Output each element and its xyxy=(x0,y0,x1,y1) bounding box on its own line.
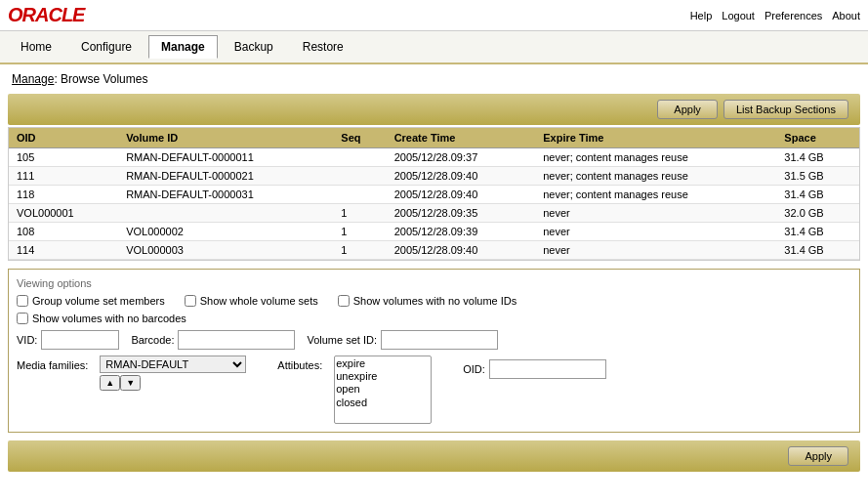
media-family-select[interactable]: RMAN-DEFAULT xyxy=(100,356,246,373)
table-cell xyxy=(118,204,333,223)
table-row: 111RMAN-DEFAULT-00000212005/12/28.09:40n… xyxy=(9,167,859,186)
preferences-link[interactable]: Preferences xyxy=(765,10,822,21)
table-row: 118RMAN-DEFAULT-00000312005/12/28.09:40n… xyxy=(9,186,859,204)
table-cell: 114 xyxy=(9,241,118,260)
nav-backup[interactable]: Backup xyxy=(222,35,286,59)
oid-label: OID: xyxy=(463,359,485,375)
table-cell: 2005/12/28.09:35 xyxy=(387,204,536,223)
table-cell: 31.4 GB xyxy=(776,241,859,260)
table-cell: RMAN-DEFAULT-0000031 xyxy=(118,186,333,204)
breadcrumb-parent[interactable]: Manage xyxy=(12,72,54,86)
top-apply-bar: Apply List Backup Sections xyxy=(8,94,860,125)
table-cell: 32.0 GB xyxy=(776,204,859,223)
checkbox-row-2: Show volumes with no barcodes xyxy=(17,313,851,324)
table-cell: never; content manages reuse xyxy=(535,186,776,204)
viewing-options-section: Viewing options Group volume set members… xyxy=(8,269,860,433)
show-whole-volume-sets-label: Show whole volume sets xyxy=(185,295,318,307)
table-cell: VOL000003 xyxy=(118,241,333,260)
table-cell: VOL000001 xyxy=(9,204,118,223)
table-cell: never xyxy=(535,204,776,223)
table-cell xyxy=(333,186,386,204)
vid-label: VID: xyxy=(17,334,37,346)
breadcrumb: Manage: Browse Volumes xyxy=(0,64,868,94)
table-cell: 1 xyxy=(333,223,386,241)
volume-set-id-label: Volume set ID: xyxy=(307,334,377,346)
table-cell: never; content manages reuse xyxy=(535,167,776,186)
show-volumes-no-barcodes-label: Show volumes with no barcodes xyxy=(17,313,186,324)
nav-configure[interactable]: Configure xyxy=(68,35,145,59)
attr-expire: expire xyxy=(336,357,430,370)
table-cell: 105 xyxy=(9,148,118,167)
table-cell: never xyxy=(535,241,776,260)
table-cell: 1 xyxy=(333,204,386,223)
table-cell xyxy=(333,148,386,167)
list-backup-sections-button[interactable]: List Backup Sections xyxy=(723,100,848,119)
barcode-field: Barcode: xyxy=(131,330,295,350)
attr-unexpire: unexpire xyxy=(336,370,430,383)
table-row: VOL00000112005/12/28.09:35never32.0 GB xyxy=(9,204,859,223)
table-cell: 2005/12/28.09:40 xyxy=(387,167,536,186)
volume-set-id-input[interactable] xyxy=(381,330,498,350)
vid-input[interactable] xyxy=(41,330,119,350)
col-volume-id: Volume ID xyxy=(118,128,333,148)
table-cell: 31.5 GB xyxy=(776,167,859,186)
logout-link[interactable]: Logout xyxy=(722,10,755,21)
table-cell: 31.4 GB xyxy=(776,186,859,204)
breadcrumb-current: Browse Volumes xyxy=(61,72,147,86)
oid-input[interactable] xyxy=(489,359,606,379)
media-families-row: Media families: RMAN-DEFAULT ▲ ▼ Attibut… xyxy=(17,356,851,424)
barcode-label: Barcode: xyxy=(131,334,174,346)
checkbox-row-1: Group volume set members Show whole volu… xyxy=(17,295,851,307)
attributes-label: Attibutes: xyxy=(277,356,322,371)
viewing-options-title: Viewing options xyxy=(17,277,851,289)
col-space: Space xyxy=(776,128,859,148)
bottom-apply-button[interactable]: Apply xyxy=(788,446,848,466)
table-cell: VOL000002 xyxy=(118,223,333,241)
media-family-scroll-down[interactable]: ▼ xyxy=(120,375,141,391)
col-create-time: Create Time xyxy=(387,128,536,148)
table-row: 108VOL00000212005/12/28.09:39never31.4 G… xyxy=(9,223,859,241)
nav-home[interactable]: Home xyxy=(8,35,64,59)
content: Apply List Backup Sections OID Volume ID… xyxy=(0,94,868,472)
attr-open: open xyxy=(336,383,430,396)
about-link[interactable]: About xyxy=(832,10,860,21)
bottom-apply-bar: Apply xyxy=(8,440,860,472)
oracle-logo: ORACLE xyxy=(8,4,84,26)
show-volumes-no-barcodes-text: Show volumes with no barcodes xyxy=(32,313,186,324)
table-wrapper: OID Volume ID Seq Create Time Expire Tim… xyxy=(8,127,860,261)
table-cell: 2005/12/28.09:40 xyxy=(387,186,536,204)
table-cell: 2005/12/28.09:39 xyxy=(387,223,536,241)
help-link[interactable]: Help xyxy=(690,10,713,21)
show-volumes-no-ids-label: Show volumes with no volume IDs xyxy=(338,295,517,307)
top-links: Help Logout Preferences About xyxy=(690,10,860,21)
col-seq: Seq xyxy=(333,128,386,148)
group-volume-set-members-checkbox[interactable] xyxy=(17,295,28,307)
volume-set-id-field: Volume set ID: xyxy=(307,330,498,350)
show-volumes-no-ids-checkbox[interactable] xyxy=(338,295,350,307)
attributes-select[interactable]: expire unexpire open closed xyxy=(334,356,432,424)
nav-manage[interactable]: Manage xyxy=(148,35,218,59)
table-cell: 1 xyxy=(333,241,386,260)
col-expire-time: Expire Time xyxy=(535,128,776,148)
media-family-scroll-up[interactable]: ▲ xyxy=(100,375,120,391)
table-cell: RMAN-DEFAULT-0000011 xyxy=(118,148,333,167)
show-volumes-no-ids-text: Show volumes with no volume IDs xyxy=(353,295,517,307)
top-apply-button[interactable]: Apply xyxy=(657,100,718,119)
show-volumes-no-barcodes-checkbox[interactable] xyxy=(17,313,28,324)
table-cell: 111 xyxy=(9,167,118,186)
table-cell: 2005/12/28.09:37 xyxy=(387,148,536,167)
oid-field: OID: xyxy=(463,356,606,379)
barcode-input[interactable] xyxy=(178,330,295,350)
table-cell: 118 xyxy=(9,186,118,204)
col-oid: OID xyxy=(9,128,118,148)
table-cell: 2005/12/28.09:40 xyxy=(387,241,536,260)
media-families-label: Media families: xyxy=(17,356,88,371)
nav-restore[interactable]: Restore xyxy=(290,35,356,59)
show-whole-volume-sets-checkbox[interactable] xyxy=(185,295,196,307)
top-bar: ORACLE Help Logout Preferences About xyxy=(0,0,868,31)
group-volume-set-members-label: Group volume set members xyxy=(17,295,165,307)
table-row: 114VOL00000312005/12/28.09:40never31.4 G… xyxy=(9,241,859,260)
nav-bar: Home Configure Manage Backup Restore xyxy=(0,31,868,64)
table-body: 105RMAN-DEFAULT-00000112005/12/28.09:37n… xyxy=(9,148,859,260)
table-cell: 108 xyxy=(9,223,118,241)
